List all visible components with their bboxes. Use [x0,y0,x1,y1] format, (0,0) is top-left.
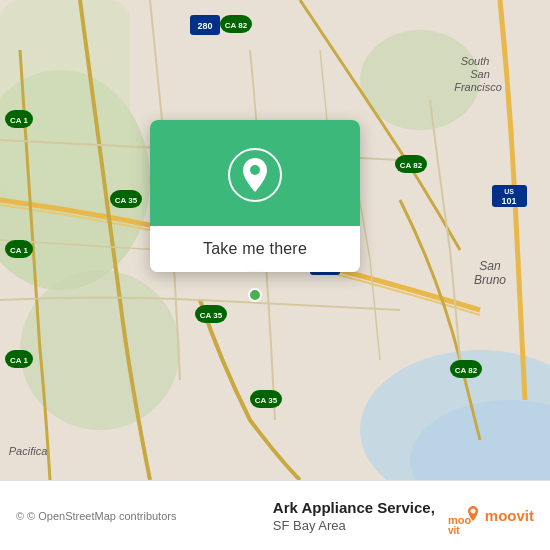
svg-text:CA 1: CA 1 [10,356,28,365]
svg-point-40 [250,165,260,175]
popup-card: Take me there [150,120,360,272]
place-info: Ark Appliance Service, SF Bay Area [273,499,435,533]
svg-text:CA 82: CA 82 [225,21,248,30]
svg-text:CA 82: CA 82 [455,366,478,375]
bottom-bar: © © OpenStreetMap contributors Ark Appli… [0,480,550,550]
svg-point-38 [249,289,261,301]
moovit-logo: moo vit moovit [445,498,534,534]
svg-text:CA 35: CA 35 [115,196,138,205]
map-container: 280 CA 1 CA 1 CA 1 CA 35 CA 35 CA 35 CA … [0,0,550,480]
svg-text:San: San [470,68,490,80]
svg-point-44 [470,508,475,513]
place-name: Ark Appliance Service, [273,499,435,516]
svg-text:South: South [461,55,490,67]
moovit-icon: moo vit [445,498,481,534]
copyright-label: © OpenStreetMap contributors [27,510,176,522]
svg-text:CA 1: CA 1 [10,246,28,255]
svg-rect-6 [0,0,130,200]
take-me-there-button[interactable]: Take me there [150,226,360,272]
svg-text:CA 82: CA 82 [400,161,423,170]
svg-text:CA 1: CA 1 [10,116,28,125]
popup-header [150,120,360,226]
svg-text:CA 35: CA 35 [200,311,223,320]
svg-text:Francisco: Francisco [454,81,502,93]
svg-text:280: 280 [197,21,212,31]
moovit-label: moovit [485,507,534,524]
copyright-symbol: © [16,510,24,522]
svg-text:vit: vit [448,525,460,534]
copyright-text: © © OpenStreetMap contributors [16,510,176,522]
svg-text:US: US [504,188,514,195]
place-area: SF Bay Area [273,518,435,533]
bottom-right-section: Ark Appliance Service, SF Bay Area moo v… [269,498,534,534]
svg-text:San: San [479,259,501,273]
svg-text:CA 35: CA 35 [255,396,278,405]
svg-text:Bruno: Bruno [474,273,506,287]
svg-text:101: 101 [501,196,516,206]
svg-text:Pacifica: Pacifica [9,445,48,457]
location-pin-icon [228,148,282,202]
